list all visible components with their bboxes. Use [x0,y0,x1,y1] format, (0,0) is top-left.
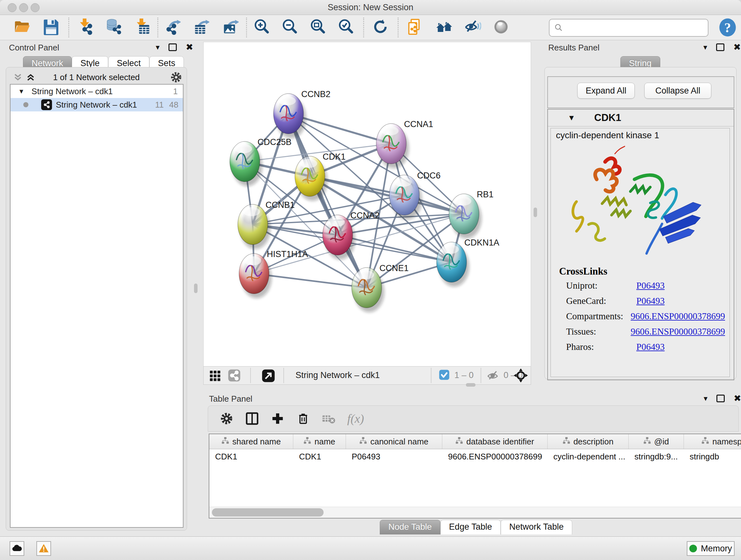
column-header-namespace[interactable]: namespace [684,434,741,449]
table-cell[interactable]: stringdb [684,452,741,462]
network-node-CCNB2[interactable]: CCNB2 [273,89,331,138]
table-row[interactable]: CDK1CDK1P064939606.ENSP00000378699cyclin… [209,449,741,464]
collapse-results-icon[interactable]: ▾ [703,44,707,51]
duplicate-pages-button[interactable] [406,18,424,37]
network-node-CCNA1[interactable]: CCNA1 [376,119,433,168]
collection-expand-icon[interactable]: ▼ [18,88,24,95]
hidden-eye-icon[interactable] [486,369,500,383]
table-cell[interactable]: stringdb:9... [629,452,684,462]
zoom-in-button[interactable] [253,18,271,37]
collapse-panel-icon[interactable]: ▾ [156,44,159,51]
network-graph[interactable]: CCNB2CCNA1CDC25BCDK1CDC6RB1CCNB1CCNA2CDK… [204,42,531,367]
export-network-button[interactable] [163,18,182,37]
import-network-database-button[interactable] [105,18,123,37]
delete-column-icon[interactable] [296,412,310,426]
network-list: ▼ String Network – cdk1 1 String Network… [10,84,184,528]
table-cell[interactable]: CDK1 [209,452,293,462]
crosslink-label: Pharos: [559,341,636,352]
collapse-all-button[interactable]: Collapse All [644,83,711,99]
table-cell[interactable]: 9606.ENSP00000378699 [442,452,548,462]
search-input[interactable] [566,23,708,33]
import-network-file-button[interactable] [76,18,95,37]
table-cell[interactable]: CDK1 [293,452,346,462]
column-header-description[interactable]: description [548,434,629,449]
close-panel-icon[interactable]: ✖ [186,43,193,52]
main-toolbar: ? [0,15,741,40]
cloud-status-button[interactable] [10,541,24,556]
gene-collapse-icon[interactable]: ▼ [568,113,576,122]
network-options-gear-icon[interactable] [170,71,182,84]
string-homes-button[interactable] [435,18,454,37]
network-node-CDKN1A[interactable]: CDKN1A [436,238,499,287]
column-header-@id[interactable]: @id [629,434,684,449]
network-row[interactable]: String Network – cdk1 11 48 [10,98,183,111]
refresh-button[interactable] [371,18,390,37]
tab-network-table[interactable]: Network Table [501,520,572,535]
selected-checkbox-icon[interactable] [439,369,450,382]
column-header-database-identifier[interactable]: database identifier [442,434,548,449]
network-node-HIST1H1A[interactable]: HIST1H1A [239,249,308,298]
crosslink-value-link[interactable]: 9606.ENSP00000378699 [630,311,725,321]
column-header-canonical-name[interactable]: canonical name [346,434,442,449]
network-node-CDC6[interactable]: CDC6 [389,171,441,220]
scrollbar-thumb[interactable] [212,508,324,516]
tab-node-table[interactable]: Node Table [380,520,441,535]
warning-status-button[interactable] [37,541,51,556]
expand-all-button[interactable]: Expand All [577,83,635,99]
export-table-button[interactable] [192,18,210,37]
network-panel-body: 1 of 1 Network selected ▼ String Network… [6,67,187,531]
open-session-button[interactable] [13,18,31,37]
table-gear-icon[interactable] [219,412,233,426]
function-builder-icon[interactable]: f(x) [347,412,364,426]
crosslink-value-link[interactable]: 9606.ENSP00000378699 [630,326,725,337]
crosslink-value-link[interactable]: P06493 [636,341,665,352]
float-results-icon[interactable] [716,44,724,51]
crosslink-value-link[interactable]: P06493 [636,296,665,306]
network-view-canvas[interactable]: CCNB2CCNA1CDC25BCDK1CDC6RB1CCNB1CCNA2CDK… [203,42,531,367]
float-panel-icon[interactable] [169,44,177,51]
collapse-table-icon[interactable]: ▾ [704,395,708,402]
help-button[interactable]: ? [719,18,737,37]
show-graphics-orb-button[interactable] [492,18,510,37]
right-splitter-handle[interactable] [534,207,537,217]
detach-view-icon[interactable] [262,369,275,384]
birdseye-view-icon[interactable] [514,368,528,384]
save-session-button[interactable] [42,18,60,37]
column-header-name[interactable]: name [293,434,346,449]
tab-edge-table[interactable]: Edge Table [441,520,501,535]
network-view-toolbar: String Network – cdk1 1 – 0 0 – 0 [203,366,531,385]
crosslink-value-link[interactable]: P06493 [636,280,665,291]
close-results-icon[interactable]: ✖ [733,43,741,52]
export-image-button[interactable] [221,18,240,37]
network-collection-row[interactable]: ▼ String Network – cdk1 1 [10,84,183,98]
zoom-selected-button[interactable] [337,18,355,37]
table-cell[interactable]: P06493 [346,452,442,462]
show-columns-icon[interactable] [245,412,259,426]
table-cell[interactable]: cyclin-dependent ... [548,452,629,462]
import-table-file-button[interactable] [133,18,151,37]
grid-view-icon[interactable] [209,369,221,383]
clear-table-icon[interactable] [322,412,336,426]
network-node-CDC25B[interactable]: CDC25B [230,137,292,186]
zoom-fit-button[interactable] [309,18,327,37]
network-node-RB1[interactable]: RB1 [449,190,494,239]
network-node-CCNA2[interactable]: CCNA2 [323,211,380,260]
zoom-out-button[interactable] [280,18,299,37]
network-node-CCNE1[interactable]: CCNE1 [352,263,409,312]
network-edge[interactable] [288,114,367,288]
close-table-icon[interactable]: ✖ [734,394,741,403]
add-column-icon[interactable] [271,412,285,426]
crosslink-row: Compartments:9606.ENSP00000378699 [559,311,725,321]
float-table-icon[interactable] [717,395,725,402]
hide-graphics-details-button[interactable] [464,18,482,37]
network-share-view-icon[interactable] [228,369,241,383]
search-field[interactable] [549,19,709,37]
network-node-CCNB1[interactable]: CCNB1 [238,200,295,249]
memory-button[interactable]: Memory [687,541,735,556]
table-horizontal-scrollbar[interactable] [209,507,741,518]
column-header-shared-name[interactable]: shared name [209,434,293,449]
zoom-fit-icon [310,18,326,37]
left-splitter-handle[interactable] [194,284,198,293]
show-graphics-orb-icon [493,18,509,37]
gene-section-header[interactable]: ▼ CDK1 [548,110,734,126]
